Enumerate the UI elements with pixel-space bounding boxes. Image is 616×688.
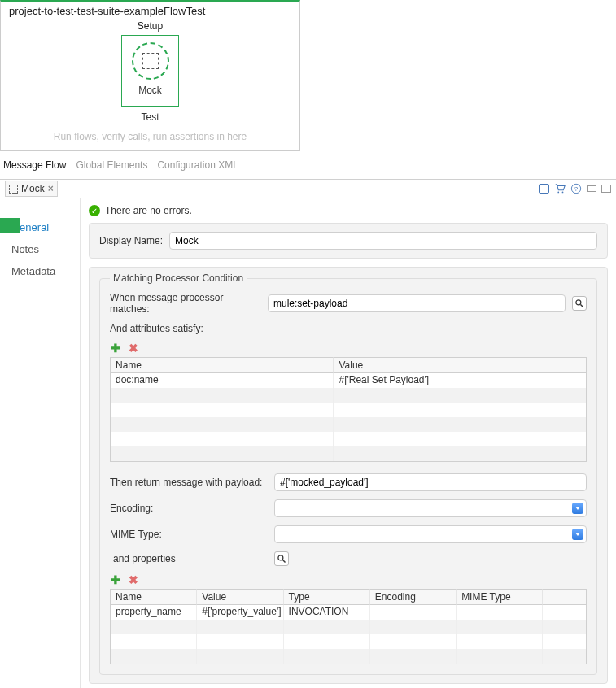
mock-icon bbox=[132, 42, 169, 80]
properties-body: ✓ There are no errors. Display Name: Mat… bbox=[80, 198, 616, 688]
attr-toolbar: ✚ ✖ bbox=[110, 342, 587, 354]
svg-line-7 bbox=[283, 560, 286, 563]
mock-tab-icon bbox=[9, 185, 18, 194]
tab-configuration-xml[interactable]: Configuration XML bbox=[157, 159, 238, 171]
encoding-label: Encoding: bbox=[110, 503, 268, 514]
status-row: ✓ There are no errors. bbox=[89, 205, 608, 216]
test-label: Test bbox=[9, 111, 291, 123]
matching-condition-fieldset: Matching Processor Condition When messag… bbox=[99, 272, 597, 675]
flow-title: project-to-test-test-suite-exampleFlowTe… bbox=[9, 5, 291, 17]
prop-col-value: Value bbox=[197, 589, 283, 605]
table-row[interactable]: doc:name #['Real Set Payload'] bbox=[111, 373, 586, 388]
display-name-group: Display Name: bbox=[89, 223, 608, 259]
editor-tab-mock[interactable]: Mock × bbox=[5, 181, 58, 197]
svg-text:?: ? bbox=[574, 185, 579, 193]
mime-label: MIME Type: bbox=[110, 529, 268, 540]
payload-input[interactable] bbox=[274, 473, 587, 491]
cart-icon[interactable] bbox=[554, 183, 566, 194]
mock-component[interactable]: Mock bbox=[121, 35, 179, 107]
delete-attr-button[interactable]: ✖ bbox=[128, 342, 139, 354]
then-return-label: Then return message with payload: bbox=[110, 477, 268, 488]
svg-point-4 bbox=[576, 300, 581, 305]
help-icon[interactable]: ? bbox=[570, 183, 582, 194]
flow-panel: project-to-test-test-suite-exampleFlowTe… bbox=[0, 0, 300, 151]
tab-message-flow[interactable]: Message Flow bbox=[3, 159, 66, 171]
properties-table[interactable]: Name Value Type Encoding MIME Type prope… bbox=[110, 589, 587, 664]
svg-point-1 bbox=[562, 192, 564, 194]
props-toolbar: ✚ ✖ bbox=[110, 574, 587, 586]
ok-icon: ✓ bbox=[89, 205, 100, 216]
maximize-icon[interactable] bbox=[601, 185, 611, 193]
mime-select[interactable] bbox=[274, 525, 587, 543]
flow-hint: Run flows, verify calls, run assertions … bbox=[9, 131, 291, 142]
when-label: When message processor matches: bbox=[110, 292, 261, 315]
close-icon[interactable]: × bbox=[48, 183, 54, 194]
properties-toolbar: ? bbox=[539, 183, 611, 194]
when-input[interactable] bbox=[268, 294, 566, 312]
editor-bar: Mock × ? bbox=[0, 179, 616, 198]
status-text: There are no errors. bbox=[105, 205, 192, 216]
prop-col-mime: MIME Type bbox=[457, 589, 543, 605]
condition-legend: Matching Processor Condition bbox=[110, 272, 247, 284]
tab-global-elements[interactable]: Global Elements bbox=[76, 159, 147, 171]
minimize-icon[interactable] bbox=[587, 185, 596, 192]
setup-label: Setup bbox=[9, 20, 291, 32]
canvas-tabs: Message Flow Global Elements Configurati… bbox=[0, 156, 616, 179]
condition-group: Matching Processor Condition When messag… bbox=[89, 267, 608, 684]
prop-col-type: Type bbox=[284, 589, 370, 605]
properties-side-tabs: General Notes Metadata bbox=[0, 198, 80, 688]
save-icon[interactable] bbox=[539, 184, 549, 194]
svg-point-0 bbox=[557, 192, 559, 194]
attr-col-value: Value bbox=[334, 357, 557, 373]
svg-point-6 bbox=[278, 555, 283, 560]
find-properties-icon[interactable] bbox=[274, 551, 289, 566]
prop-col-encoding: Encoding bbox=[370, 589, 457, 605]
table-row[interactable]: property_name #['property_value'] INVOCA… bbox=[111, 605, 586, 620]
add-attr-button[interactable]: ✚ bbox=[110, 342, 121, 354]
attr-col-name: Name bbox=[111, 357, 334, 373]
display-name-label: Display Name: bbox=[99, 235, 163, 246]
search-processor-icon[interactable] bbox=[572, 296, 587, 311]
and-attr-label: And attributes satisfy: bbox=[110, 323, 203, 334]
editor-tab-label: Mock bbox=[21, 183, 45, 194]
delete-prop-button[interactable]: ✖ bbox=[128, 574, 139, 586]
side-tab-notes[interactable]: Notes bbox=[0, 238, 80, 260]
svg-line-5 bbox=[581, 305, 583, 307]
side-tab-metadata[interactable]: Metadata bbox=[0, 260, 80, 282]
prop-col-name: Name bbox=[111, 589, 197, 605]
encoding-select[interactable] bbox=[274, 499, 587, 517]
add-prop-button[interactable]: ✚ bbox=[110, 574, 121, 586]
attributes-table[interactable]: Name Value doc:name #['Real Set Payload'… bbox=[110, 357, 587, 462]
mock-caption: Mock bbox=[138, 85, 162, 96]
and-properties-label: and properties bbox=[110, 553, 268, 564]
display-name-input[interactable] bbox=[169, 232, 597, 250]
properties-panel: General Notes Metadata ✓ There are no er… bbox=[0, 198, 616, 688]
